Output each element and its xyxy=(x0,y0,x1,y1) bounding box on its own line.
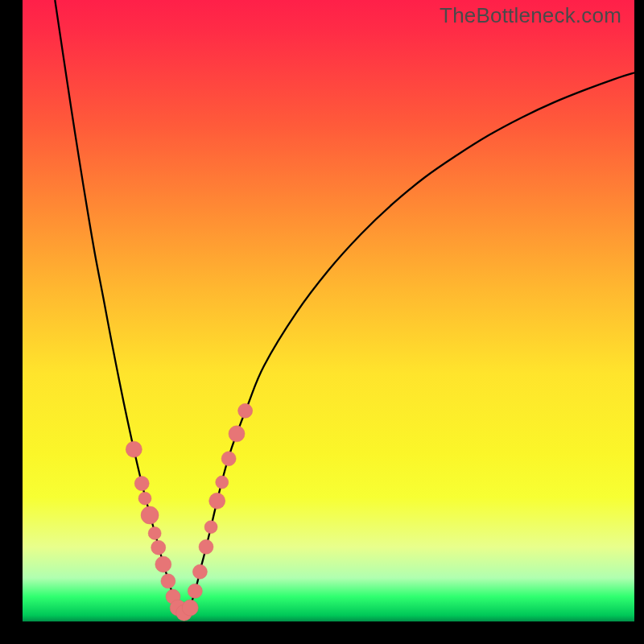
curve-layer xyxy=(23,0,634,621)
data-marker xyxy=(238,403,253,418)
data-marker xyxy=(229,426,245,442)
marker-cluster xyxy=(126,403,252,621)
data-marker xyxy=(126,441,142,457)
data-marker xyxy=(134,477,149,491)
bottleneck-curve xyxy=(55,0,634,617)
data-marker xyxy=(155,556,171,572)
data-marker xyxy=(209,493,225,509)
data-marker xyxy=(192,564,207,579)
data-marker xyxy=(151,540,166,555)
data-marker xyxy=(216,476,229,489)
data-marker xyxy=(204,521,217,534)
data-marker xyxy=(141,506,159,524)
data-marker xyxy=(199,539,213,554)
chart-frame: TheBottleneck.com xyxy=(0,0,644,644)
data-marker xyxy=(138,492,151,505)
data-marker xyxy=(221,452,236,466)
data-marker xyxy=(188,584,202,598)
data-marker xyxy=(148,526,161,539)
data-marker xyxy=(182,600,198,616)
plot-area: TheBottleneck.com xyxy=(23,0,634,621)
data-marker xyxy=(161,574,175,588)
